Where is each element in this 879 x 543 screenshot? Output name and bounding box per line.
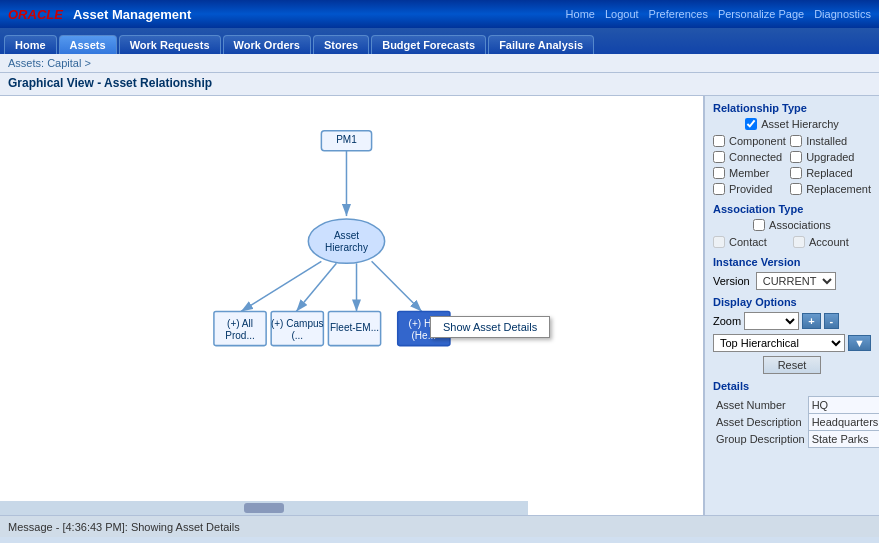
page-title: Graphical View - Asset Relationship <box>0 73 879 96</box>
oracle-logo: ORACLE Asset Management <box>8 7 191 22</box>
version-label: Version <box>713 275 750 287</box>
display-options-title: Display Options <box>713 296 871 308</box>
upgraded-checkbox-label[interactable]: Upgraded <box>790 151 871 163</box>
graph-area: PM1 Asset Hierarchy (+) All Prod... (+) … <box>0 96 704 537</box>
fleet-label: Fleet-EM... <box>330 322 379 333</box>
breadcrumb-capital[interactable]: Capital <box>47 57 81 69</box>
show-asset-details-menuitem[interactable]: Show Asset Details <box>431 317 549 337</box>
allprod-label-2: Prod... <box>225 330 255 341</box>
asset-hierarchy-row: Asset Hierarchy <box>713 118 871 132</box>
association-type-title: Association Type <box>713 203 871 215</box>
provided-checkbox[interactable] <box>713 183 725 195</box>
member-checkbox[interactable] <box>713 167 725 179</box>
version-row: Version CURRENT <box>713 272 871 290</box>
home-link[interactable]: Home <box>566 8 595 20</box>
reset-button[interactable]: Reset <box>763 356 822 374</box>
zoom-out-button[interactable]: - <box>824 313 840 329</box>
account-label: Account <box>809 236 849 248</box>
tab-budget-forecasts[interactable]: Budget Forecasts <box>371 35 486 54</box>
connected-checkbox[interactable] <box>713 151 725 163</box>
diagnostics-link[interactable]: Diagnostics <box>814 8 871 20</box>
pm1-label: PM1 <box>336 134 357 145</box>
zoom-label: Zoom <box>713 315 741 327</box>
installed-label: Installed <box>806 135 847 147</box>
contact-label: Contact <box>729 236 767 248</box>
instance-version-title: Instance Version <box>713 256 871 268</box>
replacement-checkbox[interactable] <box>790 183 802 195</box>
relationship-type-title: Relationship Type <box>713 102 871 114</box>
account-checkbox[interactable] <box>793 236 805 248</box>
asset-hierarchy-checkbox[interactable] <box>745 118 757 130</box>
top-links: Home Logout Preferences Personalize Page… <box>566 8 871 20</box>
graph-svg: PM1 Asset Hierarchy (+) All Prod... (+) … <box>0 96 703 537</box>
arrow-to-hq <box>372 261 422 311</box>
hierarchy-label-1: Asset <box>334 230 359 241</box>
associations-label: Associations <box>769 219 831 231</box>
tab-work-orders[interactable]: Work Orders <box>223 35 311 54</box>
tab-home[interactable]: Home <box>4 35 57 54</box>
top-bar: ORACLE Asset Management Home Logout Pref… <box>0 0 879 28</box>
message-prefix: Message - <box>8 521 59 533</box>
horizontal-scrollbar[interactable] <box>0 501 528 515</box>
asset-desc-label: Asset Description <box>713 414 808 431</box>
upgraded-label: Upgraded <box>806 151 854 163</box>
message-bar: Message - [4:36:43 PM]: Showing Asset De… <box>0 515 879 537</box>
scroll-thumb[interactable] <box>244 503 284 513</box>
contact-checkbox-label[interactable]: Contact <box>713 236 791 248</box>
installed-checkbox[interactable] <box>790 135 802 147</box>
arrow-to-campus <box>296 263 336 311</box>
logout-link[interactable]: Logout <box>605 8 639 20</box>
member-checkbox-label[interactable]: Member <box>713 167 788 179</box>
nav-tabs: Home Assets Work Requests Work Orders St… <box>0 28 879 54</box>
breadcrumb-separator: > <box>84 57 90 69</box>
associations-row: Associations <box>713 219 871 233</box>
replacement-label: Replacement <box>806 183 871 195</box>
oracle-text: ORACLE <box>8 7 63 22</box>
layout-dropdown-button[interactable]: ▼ <box>848 335 871 351</box>
asset-hierarchy-checkbox-label[interactable]: Asset Hierarchy <box>745 118 839 130</box>
layout-row: Top Hierarchical ▼ <box>713 334 871 352</box>
zoom-select[interactable] <box>744 312 799 330</box>
asset-desc-row: Asset Description Headquarters <box>713 414 879 431</box>
component-checkbox-label[interactable]: Component <box>713 135 788 147</box>
group-desc-label: Group Description <box>713 431 808 448</box>
tab-assets[interactable]: Assets <box>59 35 117 54</box>
context-menu: Show Asset Details <box>430 316 550 338</box>
hierarchy-label-2: Hierarchy <box>325 242 368 253</box>
asset-hierarchy-label: Asset Hierarchy <box>761 118 839 130</box>
allprod-label-1: (+) All <box>227 318 253 329</box>
layout-select[interactable]: Top Hierarchical <box>713 334 845 352</box>
campus-label-2: (... <box>291 330 303 341</box>
connected-label: Connected <box>729 151 782 163</box>
campus-label-1: (+) Campus <box>271 318 324 329</box>
component-label: Component <box>729 135 786 147</box>
breadcrumb: Assets: Capital > <box>0 54 879 73</box>
zoom-in-button[interactable]: + <box>802 313 820 329</box>
group-desc-row: Group Description State Parks <box>713 431 879 448</box>
replacement-checkbox-label[interactable]: Replacement <box>790 183 871 195</box>
connected-checkbox-label[interactable]: Connected <box>713 151 788 163</box>
installed-checkbox-label[interactable]: Installed <box>790 135 871 147</box>
tab-stores[interactable]: Stores <box>313 35 369 54</box>
personalize-link[interactable]: Personalize Page <box>718 8 804 20</box>
upgraded-checkbox[interactable] <box>790 151 802 163</box>
message-text: [4:36:43 PM]: Showing Asset Details <box>62 521 239 533</box>
asset-number-label: Asset Number <box>713 397 808 414</box>
provided-checkbox-label[interactable]: Provided <box>713 183 788 195</box>
replaced-checkbox[interactable] <box>790 167 802 179</box>
preferences-link[interactable]: Preferences <box>649 8 708 20</box>
tab-work-requests[interactable]: Work Requests <box>119 35 221 54</box>
associations-checkbox[interactable] <box>753 219 765 231</box>
details-table: Asset Number HQ Asset Description Headqu… <box>713 396 879 448</box>
asset-desc-value: Headquarters <box>808 414 879 431</box>
asset-number-row: Asset Number HQ <box>713 397 879 414</box>
zoom-row: Zoom + - <box>713 312 871 330</box>
breadcrumb-assets[interactable]: Assets: <box>8 57 44 69</box>
component-checkbox[interactable] <box>713 135 725 147</box>
tab-failure-analysis[interactable]: Failure Analysis <box>488 35 594 54</box>
replaced-checkbox-label[interactable]: Replaced <box>790 167 871 179</box>
account-checkbox-label[interactable]: Account <box>793 236 871 248</box>
associations-checkbox-label[interactable]: Associations <box>753 219 831 231</box>
version-select[interactable]: CURRENT <box>756 272 836 290</box>
contact-checkbox[interactable] <box>713 236 725 248</box>
